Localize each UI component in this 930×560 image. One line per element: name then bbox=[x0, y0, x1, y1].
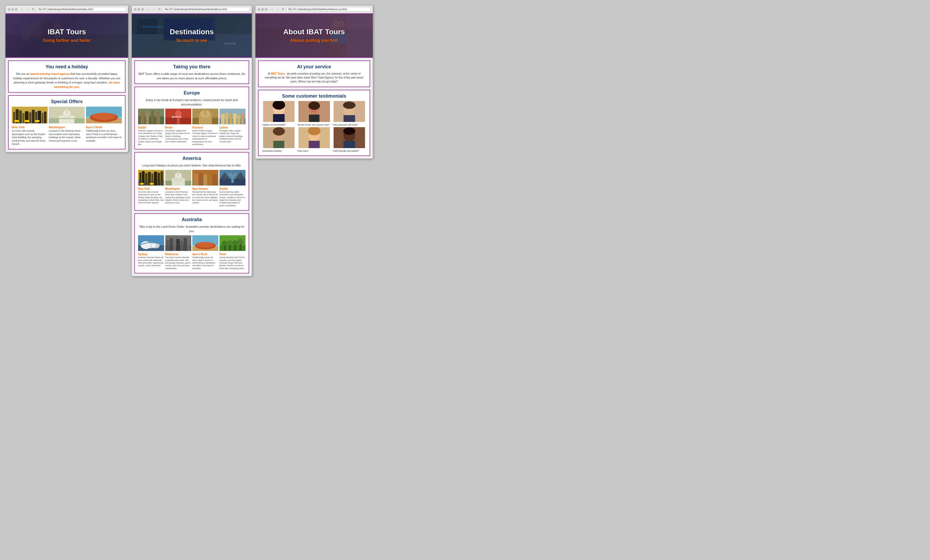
reload-button-dest[interactable]: ↻ bbox=[157, 7, 162, 11]
dest-perth[interactable]: Perth Sandy beaches line Perth's suburbs… bbox=[220, 235, 246, 270]
dest-florence[interactable]: Florence At the centre of Italy's Tuscan… bbox=[192, 109, 219, 146]
dest-img-new-york bbox=[138, 170, 164, 186]
browser-window-about: ← → ↻ file:///C:/websites/portfolio/ibat… bbox=[255, 5, 373, 159]
hero-subtitle-home: Going further and faster bbox=[43, 38, 91, 43]
offer-title-new-york: New York bbox=[12, 126, 48, 129]
section-special-offers: Special Offers bbox=[8, 95, 125, 149]
svg-rect-10 bbox=[19, 110, 22, 123]
address-bar-home[interactable]: file:///C:/websites/portfolio/ibat/trave… bbox=[37, 7, 126, 12]
window-controls-dest bbox=[134, 8, 144, 11]
dest-img-dublin bbox=[138, 109, 164, 124]
dest-desc-new-orleans: Nicknamed the 'Big Easy,' this vibrant c… bbox=[192, 191, 219, 204]
svg-rect-27 bbox=[66, 108, 68, 114]
back-button[interactable]: ← bbox=[20, 7, 25, 11]
svg-rect-132 bbox=[346, 13, 373, 58]
dot-close-about[interactable] bbox=[257, 8, 260, 11]
dest-dublin[interactable]: Dublin Ireland's capital is home to such… bbox=[138, 109, 164, 146]
dest-title-washington-am: Washington bbox=[165, 187, 191, 190]
dest-seattle[interactable]: Seattle Surrounded by water, mountains a… bbox=[220, 170, 246, 207]
section-taking-you-there: Taking you there IBAT Tours offers a wid… bbox=[134, 60, 249, 84]
dest-desc-florence: At the centre of Italy's Tuscany region,… bbox=[192, 129, 219, 146]
at-service-title: At your service bbox=[262, 64, 366, 70]
svg-rect-45 bbox=[146, 112, 149, 124]
dest-washington[interactable]: Washington Located on the Potomac River … bbox=[165, 170, 191, 207]
testimonial-img-3 bbox=[332, 101, 366, 122]
special-offers-title: Special Offers bbox=[12, 99, 122, 104]
offer-ayers-rock[interactable]: Ayer's Rock Traditionally known as Uluru… bbox=[86, 106, 122, 146]
dest-title-dublin: Dublin bbox=[138, 126, 164, 129]
you-need-holiday-title: You need a holiday bbox=[12, 64, 122, 70]
dest-desc-seattle: Surrounded by water, mountains and everg… bbox=[220, 191, 246, 207]
dot-minimize-about[interactable] bbox=[261, 8, 264, 11]
dest-desc-dublin: Ireland's capital is home to such attrac… bbox=[138, 129, 164, 146]
testimonial-img-5 bbox=[297, 127, 331, 148]
dest-sydney[interactable]: Sydney A vibrant city that shines all ye… bbox=[138, 235, 164, 270]
forward-button[interactable]: → bbox=[26, 7, 30, 11]
section-europe: Europe Enjoy a city break at Europe's to… bbox=[134, 87, 249, 149]
svg-rect-87 bbox=[199, 173, 203, 186]
dest-img-sydney bbox=[138, 235, 164, 251]
testimonial-caption-6: "Staff friendly and helpful" bbox=[332, 150, 366, 152]
svg-point-157 bbox=[343, 127, 356, 135]
dest-title-melbourne: Melbourne bbox=[165, 253, 191, 256]
testimonial-5: "Five stars" bbox=[297, 127, 331, 152]
dest-new-york[interactable]: New York Its iconic sites include skyscr… bbox=[138, 170, 164, 207]
dest-berlin[interactable]: BERLIN Berlin Germany's capital and larg… bbox=[165, 109, 191, 146]
dot-close-dest[interactable] bbox=[134, 8, 137, 11]
svg-rect-77 bbox=[150, 183, 154, 185]
dest-ayers-rock-aus[interactable]: Ayer's Rock Traditionally known as Uluru… bbox=[192, 235, 219, 270]
ibat-tours-link[interactable]: IBAT Tours bbox=[271, 72, 285, 75]
reload-button[interactable]: ↻ bbox=[31, 7, 35, 11]
testimonial-caption-2: "Would never use anyone else" bbox=[297, 124, 331, 126]
offer-img-new-york bbox=[12, 106, 48, 124]
back-button-about[interactable]: ← bbox=[270, 7, 274, 11]
hero-about: About IBAT Tours Always putting you firs… bbox=[256, 13, 373, 58]
dest-melbourne[interactable]: Melbourne The city's events calendar is … bbox=[165, 235, 191, 270]
offer-washington[interactable]: Washington Located on the Potomac River … bbox=[49, 106, 85, 146]
dot-minimize-dest[interactable] bbox=[137, 8, 140, 11]
dot-close[interactable] bbox=[8, 8, 10, 11]
browser-bar-destinations: ← → ↻ file:///C:/websites/portfolio/ibat… bbox=[132, 6, 252, 13]
dot-maximize-dest[interactable] bbox=[141, 8, 144, 11]
svg-rect-83 bbox=[177, 171, 179, 176]
offer-img-ayers-rock bbox=[86, 106, 122, 124]
dest-img-lisbon bbox=[220, 109, 246, 124]
address-bar-destinations[interactable]: file:///C:/websites/portfolio/ibat/trave… bbox=[163, 7, 249, 12]
svg-rect-73 bbox=[154, 172, 157, 186]
dest-img-new-orleans bbox=[192, 170, 219, 186]
australia-title: Australia bbox=[138, 217, 245, 222]
svg-rect-124 bbox=[229, 245, 231, 250]
nav-controls: ← → ↻ bbox=[20, 7, 35, 11]
offer-new-york[interactable]: New York Its iconic sites include skyscr… bbox=[12, 106, 48, 146]
back-button-dest[interactable]: ← bbox=[146, 7, 151, 11]
dest-title-florence: Florence bbox=[192, 126, 219, 129]
dest-desc-ny: Its iconic sites include skyscrapers suc… bbox=[138, 191, 164, 204]
testimonials-title: Some customer testimonials bbox=[262, 94, 366, 99]
dest-lisbon[interactable]: Lisbon Portugal's hilly, coastal capital… bbox=[220, 109, 246, 146]
reload-button-about[interactable]: ↻ bbox=[281, 7, 285, 11]
svg-rect-158 bbox=[344, 141, 355, 148]
svg-rect-63 bbox=[233, 113, 236, 124]
dest-new-orleans[interactable]: New Orleans Nicknamed the 'Big Easy,' th… bbox=[192, 170, 219, 207]
svg-rect-11 bbox=[22, 113, 25, 123]
dest-img-melbourne bbox=[165, 235, 191, 251]
dot-minimize[interactable] bbox=[11, 8, 14, 11]
svg-rect-142 bbox=[309, 115, 319, 122]
forward-button-about[interactable]: → bbox=[276, 7, 280, 11]
address-bar-about[interactable]: file:///C:/websites/portfolio/ibat/trave… bbox=[286, 7, 371, 12]
svg-rect-105 bbox=[166, 240, 169, 251]
testimonial-6: "Staff friendly and helpful" bbox=[332, 127, 366, 152]
svg-rect-123 bbox=[224, 246, 225, 250]
dest-desc-melbourne: The city's events calendar is packed wit… bbox=[165, 256, 191, 270]
offer-img-washington bbox=[49, 106, 85, 124]
testimonial-2: "Would never use anyone else" bbox=[297, 101, 331, 126]
dot-maximize[interactable] bbox=[15, 8, 18, 11]
award-winning-link[interactable]: award-winning travel agency bbox=[30, 72, 69, 75]
europe-grid: Dublin Ireland's capital is home to such… bbox=[138, 109, 245, 146]
hero-subtitle-about: Always putting you first bbox=[290, 38, 338, 43]
dot-maximize-about[interactable] bbox=[265, 8, 268, 11]
forward-button-dest[interactable]: → bbox=[152, 7, 156, 11]
svg-rect-47 bbox=[156, 112, 160, 124]
svg-rect-90 bbox=[212, 174, 217, 186]
at-service-text: At IBAT Tours , we pride ourselves at pu… bbox=[262, 72, 366, 83]
